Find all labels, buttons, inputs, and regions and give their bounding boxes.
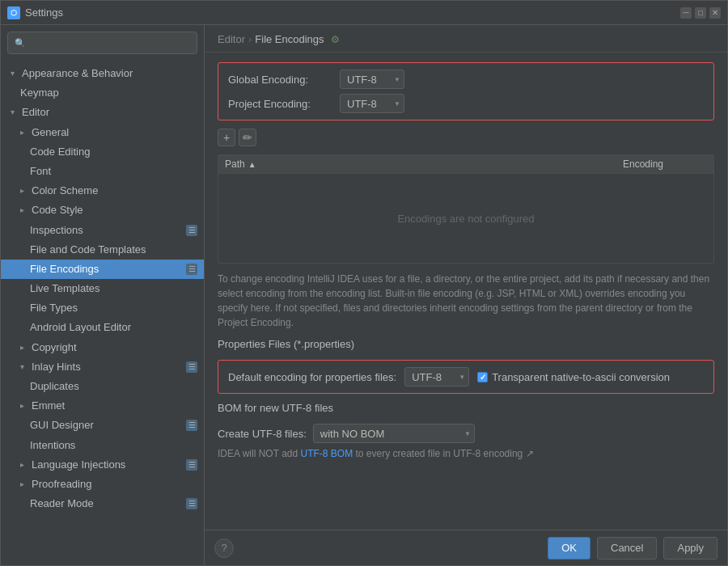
panel-body: Global Encoding: UTF-8 ▼ Project Encodin… [205,53,727,530]
sidebar-item-file-types[interactable]: File Types [1,298,204,318]
global-encoding-value: UTF-8 [347,74,377,86]
sidebar-item-keymap[interactable]: Keymap [1,83,204,103]
content-area: 🔍 ▾ Appearance & Behavior Keymap ▾ Edito… [1,25,727,565]
sidebar-item-android-layout[interactable]: Android Layout Editor [1,318,204,337]
ok-button[interactable]: OK [548,537,590,560]
sidebar-item-file-encodings[interactable]: File Encodings ☰ [1,260,204,279]
sidebar: 🔍 ▾ Appearance & Behavior Keymap ▾ Edito… [1,25,205,565]
sidebar-item-code-style[interactable]: ▸ Code Style [1,201,204,220]
sidebar-item-file-code-templates[interactable]: File and Code Templates [1,240,204,260]
transparent-conversion-checkbox[interactable]: ✓ [477,372,488,382]
chevron-right-icon: ▸ [20,342,28,353]
table-body: Encodings are not configured [218,174,713,263]
sidebar-item-gui-designer[interactable]: GUI Designer ☰ [1,416,204,435]
apply-button[interactable]: Apply [663,537,717,560]
sidebar-item-inspections[interactable]: Inspections ☰ [1,221,204,240]
title-bar: ⬡ Settings ─ □ ✕ [1,1,727,25]
encodings-table: Path ▲ Encoding Encodings are not config… [218,154,714,264]
breadcrumb-sep: › [248,33,252,45]
dropdown-arrow-icon: ▼ [459,374,465,381]
close-button[interactable]: ✕ [709,7,721,19]
properties-section-title: Properties Files (*.properties) [218,338,714,350]
sidebar-item-font[interactable]: Font [1,162,204,181]
sidebar-item-appearance[interactable]: ▾ Appearance & Behavior [1,64,204,83]
help-button[interactable]: ? [214,539,234,558]
reader-mode-badge: ☰ [186,498,197,509]
sidebar-item-copyright[interactable]: ▸ Copyright [1,338,204,357]
language-injections-badge: ☰ [186,459,197,471]
path-column-header: Path ▲ [218,155,616,173]
toolbar: + ✏ [218,129,714,146]
nav-tree: ▾ Appearance & Behavior Keymap ▾ Editor … [1,61,204,565]
chevron-right-icon: ▸ [20,479,28,490]
chevron-down-icon: ▾ [20,361,28,373]
add-button[interactable]: + [218,129,235,146]
chevron-right-icon: ▸ [20,185,28,196]
bom-section: BOM for new UTF-8 files Create UTF-8 fil… [218,402,714,459]
chevron-right-icon: ▸ [20,400,28,412]
chevron-right-icon: ▸ [20,205,28,216]
breadcrumb-parent: Editor [218,33,245,45]
app-icon: ⬡ [7,6,20,19]
sidebar-item-live-templates[interactable]: Live Templates [1,279,204,298]
dropdown-arrow-icon: ▼ [394,76,400,83]
bom-note: IDEA will NOT add UTF-8 BOM to every cre… [218,448,714,459]
global-encoding-label: Global Encoding: [228,74,333,86]
sidebar-item-reader-mode[interactable]: Reader Mode ☰ [1,494,204,513]
sidebar-item-intentions[interactable]: Intentions [1,436,204,455]
properties-box: Default encoding for properties files: U… [218,360,714,394]
maximize-button[interactable]: □ [695,7,706,19]
sidebar-item-language-injections[interactable]: ▸ Language Injections ☰ [1,455,204,475]
table-header: Path ▲ Encoding [218,155,713,174]
bom-section-title: BOM for new UTF-8 files [218,402,714,414]
create-utf8-value: with NO BOM [320,428,384,440]
inspections-badge: ☰ [186,225,197,236]
minimize-button[interactable]: ─ [680,7,692,19]
main-content: Editor › File Encodings ⚙ Global Encodin… [205,25,727,565]
sidebar-item-emmet[interactable]: ▸ Emmet [1,396,204,416]
sidebar-item-color-scheme[interactable]: ▸ Color Scheme [1,181,204,201]
search-box[interactable]: 🔍 [7,32,197,54]
sidebar-item-code-editing[interactable]: Code Editing [1,142,204,162]
project-encoding-row: Project Encoding: UTF-8 ▼ [228,94,704,113]
breadcrumb-current: File Encodings [255,33,324,45]
edit-button[interactable]: ✏ [239,129,256,146]
chevron-right-icon: ▸ [20,459,28,471]
bottom-bar: ? OK Cancel Apply [205,530,727,565]
utf8-bom-link[interactable]: UTF-8 BOM [300,448,353,459]
dropdown-arrow-icon: ▼ [464,430,471,437]
global-encoding-box: Global Encoding: UTF-8 ▼ Project Encodin… [218,62,714,120]
transparent-conversion-row: ✓ Transparent native-to-ascii conversion [477,371,670,383]
empty-state-text: Encodings are not configured [397,213,534,225]
bom-note-prefix: IDEA will NOT add [218,448,300,459]
info-text: To change encoding IntelliJ IDEA uses fo… [218,272,714,330]
cancel-button[interactable]: Cancel [597,537,657,560]
gui-designer-badge: ☰ [186,420,197,431]
sidebar-item-duplicates[interactable]: Duplicates [1,377,204,396]
chevron-down-icon: ▾ [11,107,19,118]
transparent-conversion-label: Transparent native-to-ascii conversion [492,371,670,383]
global-encoding-dropdown[interactable]: UTF-8 ▼ [340,70,404,89]
sidebar-item-proofreading[interactable]: ▸ Proofreading [1,475,204,494]
window-controls: ─ □ ✕ [680,7,721,19]
project-encoding-dropdown[interactable]: UTF-8 ▼ [340,94,404,113]
settings-icon: ⚙ [331,34,340,45]
create-utf8-label: Create UTF-8 files: [218,428,307,440]
sidebar-item-general[interactable]: ▸ General [1,123,204,142]
global-encoding-row: Global Encoding: UTF-8 ▼ [228,70,704,89]
sort-asc-icon: ▲ [248,160,256,169]
create-utf8-dropdown[interactable]: with NO BOM ▼ [313,424,475,443]
properties-encoding-dropdown[interactable]: UTF-8 ▼ [404,367,469,386]
sidebar-item-inlay-hints[interactable]: ▾ Inlay Hints ☰ [1,357,204,377]
chevron-right-icon: ▸ [20,127,28,138]
sidebar-item-editor[interactable]: ▾ Editor [1,103,204,122]
checkmark-icon: ✓ [480,373,486,382]
properties-encoding-value: UTF-8 [412,371,442,383]
inlay-hints-badge: ☰ [186,361,197,373]
project-encoding-label: Project Encoding: [228,98,333,110]
properties-section: Properties Files (*.properties) Default … [218,338,714,394]
settings-window: ⬡ Settings ─ □ ✕ 🔍 ▾ Appearance & Behavi… [0,0,728,566]
breadcrumb: Editor › File Encodings ⚙ [205,25,727,53]
project-encoding-value: UTF-8 [347,98,377,110]
bom-row: Create UTF-8 files: with NO BOM ▼ [218,424,714,443]
